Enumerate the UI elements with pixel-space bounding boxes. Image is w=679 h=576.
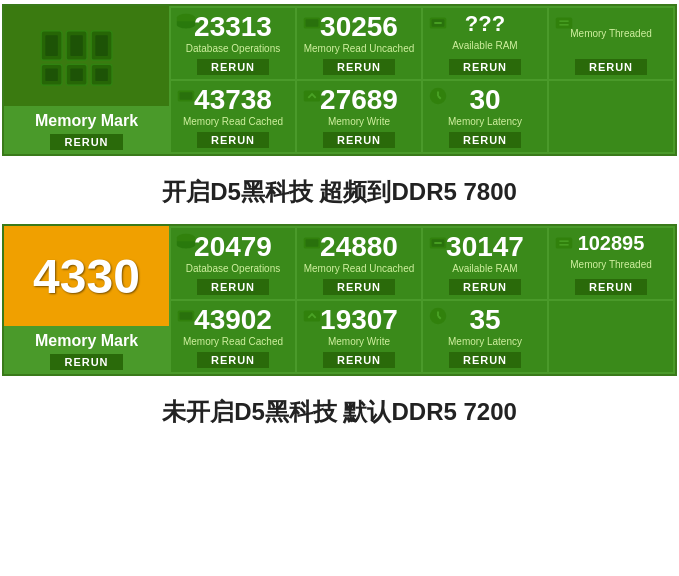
metric-cell-db-ops-top: 23313 Database Operations RERUN xyxy=(171,8,295,79)
mem-latency-label-top: Memory Latency xyxy=(448,116,522,128)
mem-write-value-bottom: 19307 xyxy=(320,305,398,336)
svg-rect-14 xyxy=(306,19,319,26)
svg-rect-37 xyxy=(180,312,193,319)
svg-rect-22 xyxy=(180,92,193,99)
metric-cell-mem-write-top: 27689 Memory Write RERUN xyxy=(297,81,421,152)
mem-threaded-icon-top xyxy=(553,12,575,34)
mem-threaded-rerun-bottom[interactable]: RERUN xyxy=(575,279,647,295)
separator1-text: 开启D5黑科技 超频到DDR5 7800 xyxy=(162,178,517,205)
db-ops-value-bottom: 20479 xyxy=(194,232,272,263)
available-ram-value-top: ??? xyxy=(465,12,505,36)
svg-rect-1 xyxy=(45,35,58,56)
mem-latency-label-bottom: Memory Latency xyxy=(448,336,522,348)
mem-latency-value-top: 30 xyxy=(469,85,500,116)
available-ram-icon-top xyxy=(427,12,449,34)
top-score-block xyxy=(4,6,169,106)
metric-cell-mem-threaded-top: Memory Threaded RERUN xyxy=(549,8,673,79)
svg-rect-29 xyxy=(306,239,319,246)
svg-rect-23 xyxy=(304,91,321,102)
mem-read-uncached-icon-bottom xyxy=(301,232,323,254)
memory-chips-icon xyxy=(37,21,137,91)
top-metrics-grid: 23313 Database Operations RERUN 30256 Me… xyxy=(169,6,675,154)
mem-read-uncached-value-bottom: 24880 xyxy=(320,232,398,263)
available-ram-label-bottom: Available RAM xyxy=(452,263,517,275)
mem-read-cached-value-bottom: 43902 xyxy=(194,305,272,336)
metric-cell-mem-read-uncached-bottom: 24880 Memory Read Uncached RERUN xyxy=(297,228,421,299)
mem-read-uncached-value-top: 30256 xyxy=(320,12,398,43)
mem-read-uncached-label-top: Memory Read Uncached xyxy=(304,43,415,55)
db-ops-value-top: 23313 xyxy=(194,12,272,43)
db-icon-bottom xyxy=(175,232,197,254)
bottom-left-panel: 4330 Memory Mark RERUN xyxy=(4,226,169,374)
mem-read-cached-rerun-top[interactable]: RERUN xyxy=(197,132,269,148)
mem-write-icon-bottom xyxy=(301,305,323,327)
available-ram-rerun-bottom[interactable]: RERUN xyxy=(449,279,521,295)
mem-latency-rerun-top[interactable]: RERUN xyxy=(449,132,521,148)
metric-cell-mem-read-cached-top: 43738 Memory Read Cached RERUN xyxy=(171,81,295,152)
bottom-benchmark-panel: 4330 Memory Mark RERUN 20479 Database Op… xyxy=(2,224,677,376)
mem-threaded-icon-bottom xyxy=(553,232,575,254)
separator1: 开启D5黑科技 超频到DDR5 7800 xyxy=(0,160,679,220)
metric-cell-empty-bottom xyxy=(549,301,673,372)
metric-cell-mem-latency-bottom: 35 Memory Latency RERUN xyxy=(423,301,547,372)
db-ops-label-bottom: Database Operations xyxy=(186,263,281,275)
mem-read-uncached-icon xyxy=(301,12,323,34)
top-memory-mark-block: Memory Mark RERUN xyxy=(4,106,169,154)
metric-cell-available-ram-top: ??? Available RAM RERUN xyxy=(423,8,547,79)
top-left-panel: Memory Mark RERUN xyxy=(4,6,169,154)
metric-cell-mem-latency-top: 30 Memory Latency RERUN xyxy=(423,81,547,152)
separator2: 未开启D5黑科技 默认DDR5 7200 xyxy=(0,380,679,440)
mem-latency-icon-bottom xyxy=(427,305,449,327)
svg-rect-5 xyxy=(95,35,108,56)
mem-read-uncached-label-bottom: Memory Read Uncached xyxy=(304,263,415,275)
mem-write-value-top: 27689 xyxy=(320,85,398,116)
svg-rect-3 xyxy=(70,35,83,56)
mem-write-label-bottom: Memory Write xyxy=(328,336,390,348)
available-ram-icon-bottom xyxy=(427,232,449,254)
metric-cell-mem-threaded-bottom: 102895 Memory Threaded RERUN xyxy=(549,228,673,299)
db-icon xyxy=(175,12,197,34)
top-memory-mark-label: Memory Mark xyxy=(35,112,138,130)
metric-cell-mem-read-cached-bottom: 43902 Memory Read Cached RERUN xyxy=(171,301,295,372)
available-ram-value-bottom: 30147 xyxy=(446,232,524,263)
available-ram-label-top: Available RAM xyxy=(452,40,517,52)
mem-latency-icon-top xyxy=(427,85,449,107)
available-ram-rerun-top[interactable]: RERUN xyxy=(449,59,521,75)
db-ops-label-top: Database Operations xyxy=(186,43,281,55)
mem-read-uncached-rerun-top[interactable]: RERUN xyxy=(323,59,395,75)
bottom-metrics-grid: 20479 Database Operations RERUN 24880 Me… xyxy=(169,226,675,374)
svg-rect-18 xyxy=(556,18,573,29)
top-rerun-button[interactable]: RERUN xyxy=(50,134,122,150)
db-ops-rerun-top[interactable]: RERUN xyxy=(197,59,269,75)
separator2-text: 未开启D5黑科技 默认DDR5 7200 xyxy=(162,398,517,425)
db-ops-rerun-bottom[interactable]: RERUN xyxy=(197,279,269,295)
mem-threaded-label-bottom: Memory Threaded xyxy=(570,259,652,271)
mem-write-rerun-bottom[interactable]: RERUN xyxy=(323,352,395,368)
bottom-score-block: 4330 xyxy=(4,226,169,326)
svg-rect-11 xyxy=(95,69,108,82)
svg-rect-7 xyxy=(45,69,58,82)
mem-read-cached-rerun-bottom[interactable]: RERUN xyxy=(197,352,269,368)
mem-read-cached-label-bottom: Memory Read Cached xyxy=(183,336,283,348)
mem-threaded-value-bottom: 102895 xyxy=(578,232,645,254)
mem-latency-rerun-bottom[interactable]: RERUN xyxy=(449,352,521,368)
mem-read-cached-icon-top xyxy=(175,85,197,107)
bottom-memory-mark-block: Memory Mark RERUN xyxy=(4,326,169,374)
bottom-rerun-button[interactable]: RERUN xyxy=(50,354,122,370)
mem-read-cached-icon-bottom xyxy=(175,305,197,327)
mem-write-rerun-top[interactable]: RERUN xyxy=(323,132,395,148)
mem-latency-value-bottom: 35 xyxy=(469,305,500,336)
mem-read-cached-label-top: Memory Read Cached xyxy=(183,116,283,128)
mem-write-label-top: Memory Write xyxy=(328,116,390,128)
mem-threaded-label-top: Memory Threaded xyxy=(570,28,652,40)
metric-cell-db-ops-bottom: 20479 Database Operations RERUN xyxy=(171,228,295,299)
svg-rect-33 xyxy=(556,238,573,249)
mem-read-uncached-rerun-bottom[interactable]: RERUN xyxy=(323,279,395,295)
svg-rect-9 xyxy=(70,69,83,82)
top-benchmark-panel: Memory Mark RERUN 23313 Database Operati… xyxy=(2,4,677,156)
mem-threaded-rerun-top[interactable]: RERUN xyxy=(575,59,647,75)
mem-read-cached-value-top: 43738 xyxy=(194,85,272,116)
metric-cell-available-ram-bottom: 30147 Available RAM RERUN xyxy=(423,228,547,299)
mem-write-icon-top xyxy=(301,85,323,107)
bottom-memory-mark-label: Memory Mark xyxy=(35,332,138,350)
